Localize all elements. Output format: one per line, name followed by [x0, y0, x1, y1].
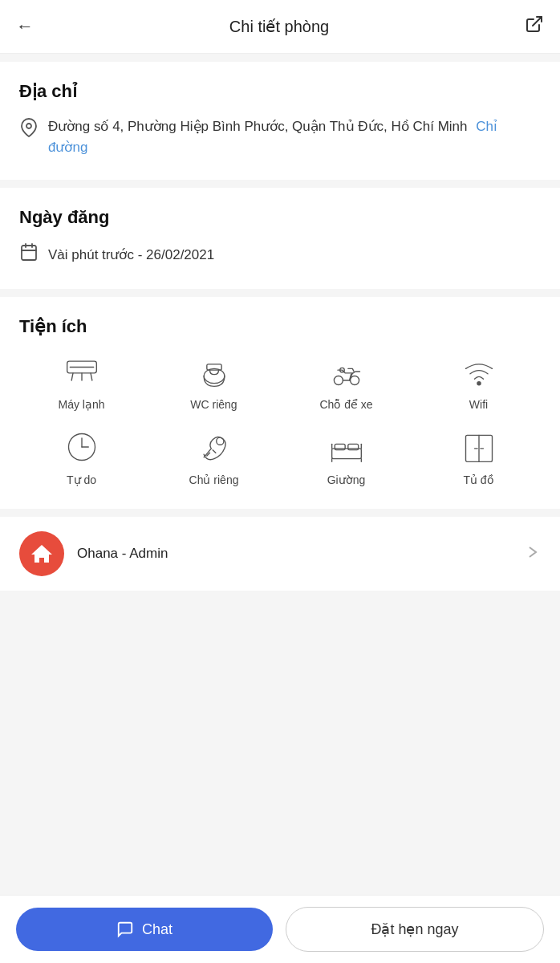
svg-rect-25	[347, 444, 358, 449]
clock-icon	[62, 427, 102, 467]
date-title: Ngày đăng	[19, 207, 541, 228]
date-text: Vài phút trước - 26/02/2021	[48, 246, 214, 263]
svg-line-0	[533, 17, 542, 26]
wifi-label: Wifi	[469, 398, 488, 411]
wc-label: WC riêng	[190, 398, 237, 411]
owner-name: Ohana - Admin	[77, 546, 168, 562]
svg-point-1	[26, 124, 31, 128]
amenity-parking: Chỗ để xe	[284, 351, 408, 411]
wardrobe-icon	[459, 427, 499, 467]
svg-line-9	[91, 373, 92, 380]
svg-rect-2	[22, 246, 36, 260]
ac-icon	[62, 351, 102, 392]
address-title: Địa chỉ	[19, 81, 541, 102]
amenities-section: Tiện ích Máy lạnh	[0, 297, 560, 509]
location-icon	[19, 118, 39, 142]
svg-point-20	[216, 437, 223, 445]
page-title: Chi tiết phòng	[229, 17, 329, 36]
amenity-wifi: Wifi	[416, 351, 541, 411]
amenity-bed: Giường	[284, 427, 408, 486]
calendar-icon	[19, 242, 39, 266]
amenity-ac: Máy lạnh	[19, 351, 144, 411]
wc-icon	[194, 351, 234, 392]
share-button[interactable]	[525, 14, 544, 39]
svg-point-11	[204, 368, 225, 383]
book-button[interactable]: Đặt hẹn ngay	[286, 907, 544, 952]
svg-line-7	[71, 373, 73, 380]
amenity-wardrobe: Tủ đồ	[416, 427, 541, 486]
bed-label: Giường	[327, 473, 366, 486]
amenities-title: Tiện ích	[19, 316, 541, 337]
ac-label: Máy lạnh	[58, 398, 104, 411]
bottom-bar: Chat Đặt hẹn ngay	[0, 895, 560, 963]
chat-label: Chat	[142, 921, 172, 938]
address-text: Đường số 4, Phường Hiệp Bình Phước, Quận…	[48, 116, 541, 157]
svg-line-21	[213, 450, 216, 453]
chat-icon	[116, 920, 134, 938]
key-label: Chủ riêng	[189, 473, 239, 486]
address-row: Đường số 4, Phường Hiệp Bình Phước, Quận…	[19, 116, 541, 157]
chat-button[interactable]: Chat	[16, 908, 273, 951]
wifi-icon	[459, 351, 499, 392]
owner-section[interactable]: Ohana - Admin	[0, 517, 560, 591]
header: ← Chi tiết phòng	[0, 0, 560, 54]
back-button[interactable]: ←	[16, 16, 34, 37]
amenity-clock: Tự do	[19, 427, 144, 486]
owner-avatar	[19, 531, 64, 576]
amenity-wc: WC riêng	[152, 351, 276, 411]
svg-rect-24	[335, 444, 345, 449]
parking-label: Chỗ để xe	[319, 398, 372, 411]
svg-point-13	[334, 376, 343, 385]
amenity-key: Chủ riêng	[152, 427, 276, 486]
svg-point-14	[350, 376, 359, 385]
amenities-grid: Máy lạnh WC riêng	[19, 351, 541, 486]
owner-info: Ohana - Admin	[19, 531, 168, 576]
clock-label: Tự do	[67, 473, 96, 486]
date-row: Vài phút trước - 26/02/2021	[19, 242, 541, 266]
book-label: Đặt hẹn ngay	[371, 921, 458, 937]
date-section: Ngày đăng Vài phút trước - 26/02/2021	[0, 188, 560, 289]
address-section: Địa chỉ Đường số 4, Phường Hiệp Bình Phư…	[0, 62, 560, 180]
wardrobe-label: Tủ đồ	[463, 473, 493, 486]
key-icon	[194, 427, 234, 467]
owner-chevron-icon	[525, 544, 541, 564]
svg-point-16	[477, 381, 481, 386]
bed-icon	[327, 427, 367, 467]
parking-icon	[327, 351, 367, 392]
